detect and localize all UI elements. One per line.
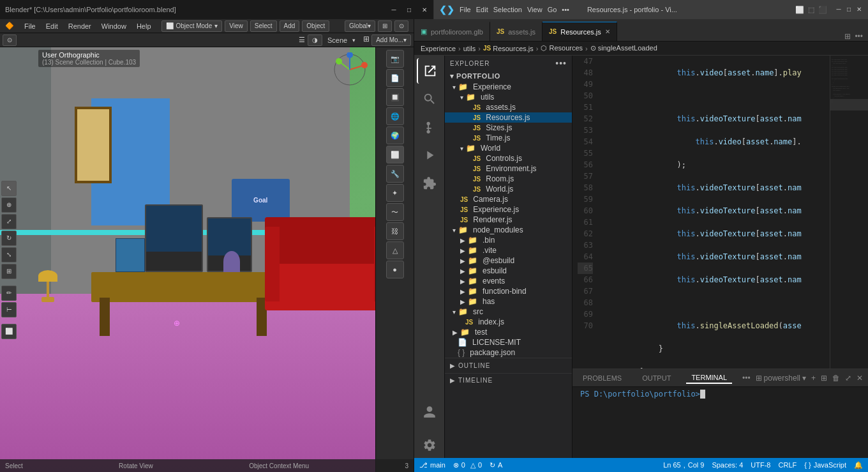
status-line-ending[interactable]: CRLF [779,461,797,469]
scene-props-btn[interactable]: 🌐 [386,107,404,125]
status-sync[interactable]: ↻ A [490,461,502,469]
activity-settings-btn[interactable] [417,432,442,458]
blender-maximize-btn[interactable]: □ [405,6,413,13]
vscode-close-btn[interactable]: ✕ [855,6,863,13]
modifier-props-btn[interactable]: 🔧 [386,165,404,183]
tree-events-folder[interactable]: ▶ 📁 events [445,276,572,286]
tree-world-js[interactable]: JS World.js [445,184,572,194]
viewport-shading-btn[interactable]: ◑ [308,34,322,46]
render-props-btn[interactable]: 📷 [386,50,404,68]
layout-icon-1[interactable]: ⬜ [795,6,804,14]
blender-menu-render[interactable]: Render [63,19,96,33]
minimap[interactable]: this.video[asset.name].play this.videoTe… [830,56,868,369]
tree-has-folder[interactable]: ▶ 📁 has [445,296,572,307]
terminal-split-btn[interactable]: ⊞ [821,374,827,383]
layout-icon-3[interactable]: ⬛ [818,6,827,14]
tree-room-js[interactable]: JS Room.js [445,174,572,184]
output-props-btn[interactable]: 📄 [386,69,404,87]
material-props-btn[interactable]: ● [386,261,404,278]
transform-tool-btn[interactable]: ⊞ [1,264,17,279]
tab-resources[interactable]: JS Resources.js ✕ [542,22,617,41]
tab-close-resources[interactable]: ✕ [605,28,610,35]
blender-mode-selector[interactable]: ⬜ Object Mode ▾ [161,20,223,32]
measure-btn[interactable]: ⊢ [1,302,17,317]
tree-assets-js[interactable]: JS assets.js [445,102,572,112]
blender-menu-file[interactable]: File [19,19,41,33]
tree-vite-folder[interactable]: ▶ 📁 .vite [445,245,572,255]
cursor-tool-btn[interactable]: ⊕ [1,197,17,213]
tree-controls-js[interactable]: JS Controls.js [445,153,572,164]
terminal-close-panel-btn[interactable]: ✕ [857,374,863,383]
view-layer-props-btn[interactable]: 🔲 [386,88,404,106]
status-spaces[interactable]: Spaces: 4 [712,461,743,469]
tab-output[interactable]: OUTPUT [637,373,676,383]
activity-account-btn[interactable] [417,399,442,425]
blender-proportional-btn[interactable]: ⊙ [394,20,408,32]
collection-icon[interactable]: ⊞ [363,34,370,46]
world-props-btn[interactable]: 🌍 [386,126,404,144]
tree-esbuild-folder[interactable]: ▶ 📁 esbuild [445,266,572,276]
blender-view-mode-btn[interactable]: ⊙ [3,34,17,46]
outline-section[interactable]: ▶ OUTLINE [445,358,572,373]
object-props-btn[interactable]: ⬜ [386,146,404,164]
vscode-maximize-btn[interactable]: □ [845,6,853,13]
tree-index-js[interactable]: JS index.js [445,317,572,327]
breadcrumb-experience[interactable]: Experience [421,45,456,52]
vscode-minimize-btn[interactable]: ─ [835,6,842,13]
tree-experience-folder[interactable]: ▾ 📁 Experience [445,82,572,92]
terminal-shell-selector[interactable]: ⊞ powershell ▾ [756,374,806,383]
terminal-add-btn[interactable]: + [811,374,816,383]
status-ln-col[interactable]: Ln 65 , Col 9 [663,461,704,469]
terminal-more-btn[interactable]: ••• [742,374,751,383]
tree-license-file[interactable]: 📄 LICENSE-MIT [445,337,572,347]
tree-test-folder[interactable]: ▶ 📁 test [445,327,572,337]
code-text[interactable]: this.video[asset.name].play this.videoTe… [598,56,830,369]
editor-more-btn[interactable]: ••• [855,32,863,41]
move-tool-btn[interactable]: ⤢ [1,214,17,229]
breadcrumb-resources-js[interactable]: Resources.js [493,45,534,52]
blender-close-btn[interactable]: ✕ [421,6,428,13]
breadcrumb-utils[interactable]: utils [463,45,476,52]
portfolio-root-label[interactable]: ▾ PORTFOLIO [445,71,572,82]
tree-package-json[interactable]: { } package.json [445,347,572,358]
annotate-btn[interactable]: ✏ [1,285,17,301]
activity-run-btn[interactable] [417,142,442,168]
blender-object-btn[interactable]: Object [302,20,329,32]
activity-extensions-btn[interactable] [417,171,442,196]
tree-renderer-js[interactable]: JS Renderer.js [445,215,572,225]
blender-select-btn[interactable]: Select [250,20,277,32]
breadcrumb-method[interactable]: ⊙ singleAssetLoaded [590,44,657,52]
status-branch[interactable]: ⎇ main [419,461,445,469]
layout-icon-2[interactable]: ⬚ [808,6,814,14]
blender-menu-window[interactable]: Window [96,19,131,33]
vscode-menu-file[interactable]: File [460,6,471,13]
blender-add-btn[interactable]: Add [280,20,300,32]
blender-menu-edit[interactable]: Edit [41,19,63,33]
vscode-menu-edit[interactable]: Edit [476,6,488,13]
tree-camera-js[interactable]: JS Camera.js [445,194,572,204]
status-language[interactable]: { } JavaScript [804,461,846,469]
add-cube-btn[interactable]: ⬜ [1,324,17,339]
activity-source-control-btn[interactable] [417,114,442,140]
vscode-menu-selection[interactable]: Selection [493,6,522,13]
tree-src-folder[interactable]: ▾ 📁 src [445,307,572,317]
breadcrumb-resources-class[interactable]: ⬡ Resources [541,44,583,52]
blender-logo[interactable]: 🔶 [0,19,19,33]
blender-minimize-btn[interactable]: ─ [390,6,398,13]
tab-terminal[interactable]: TERMINAL [686,372,732,384]
viewport-overlay-toggle[interactable]: ☰ [299,36,305,44]
select-tool-btn[interactable]: ↖ [1,181,17,196]
blender-viewport[interactable]: Goal [0,47,414,472]
status-encoding[interactable]: UTF-8 [751,461,770,469]
vscode-menu-go[interactable]: Go [548,6,557,13]
status-errors[interactable]: ⊗ 0 △ 0 [453,461,482,469]
explorer-more-btn[interactable]: ••• [555,58,567,68]
vscode-menu-more[interactable]: ••• [562,6,569,13]
vscode-menu-view[interactable]: View [527,6,542,13]
tree-function-bind-folder[interactable]: ▶ 📁 function-bind [445,286,572,296]
data-props-btn[interactable]: △ [386,241,404,259]
timeline-section[interactable]: ▶ TIMELINE [445,373,572,387]
rotate-tool-btn[interactable]: ↻ [1,231,17,246]
activity-explorer-btn[interactable] [417,58,442,84]
tree-esbuild-scoped-folder[interactable]: ▶ 📁 @esbuild [445,255,572,266]
